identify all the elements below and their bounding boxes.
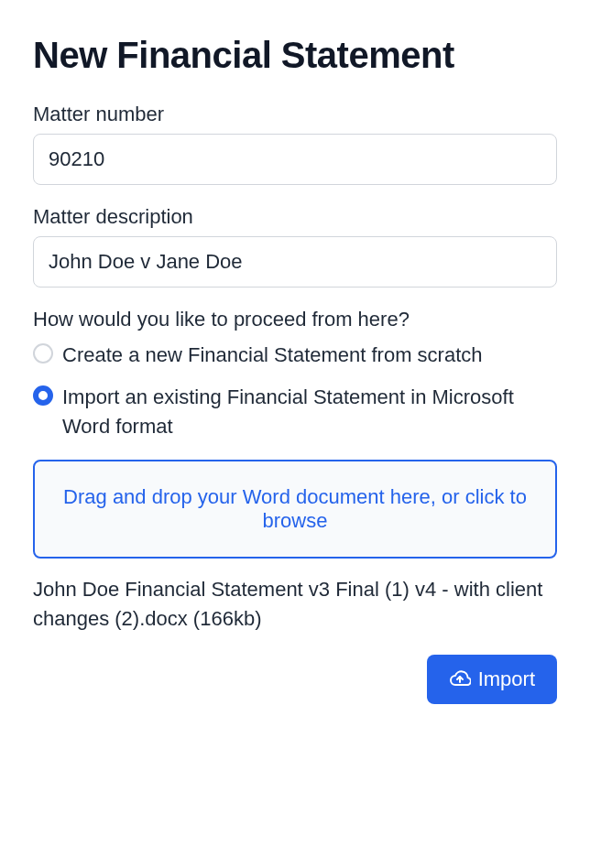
radio-option-create[interactable]: Create a new Financial Statement from sc… [33,341,557,370]
matter-number-label: Matter number [33,103,557,126]
radio-icon [33,343,53,363]
matter-number-group: Matter number [33,103,557,185]
proceed-options: How would you like to proceed from here?… [33,308,557,441]
matter-description-group: Matter description [33,205,557,288]
uploaded-file-info: John Doe Financial Statement v3 Final (1… [33,575,557,634]
radio-icon-selected [33,385,53,406]
button-row: Import [33,655,557,704]
matter-number-input[interactable] [33,134,557,185]
dropzone[interactable]: Drag and drop your Word document here, o… [33,460,557,559]
page-title: New Financial Statement [33,33,557,77]
import-button[interactable]: Import [427,655,557,704]
radio-option-import[interactable]: Import an existing Financial Statement i… [33,383,557,441]
cloud-upload-icon [449,668,471,690]
radio-label-import: Import an existing Financial Statement i… [62,383,557,441]
import-button-label: Import [478,667,535,691]
proceed-question: How would you like to proceed from here? [33,308,557,331]
matter-description-label: Matter description [33,205,557,229]
matter-description-input[interactable] [33,236,557,288]
radio-label-create: Create a new Financial Statement from sc… [62,341,483,370]
